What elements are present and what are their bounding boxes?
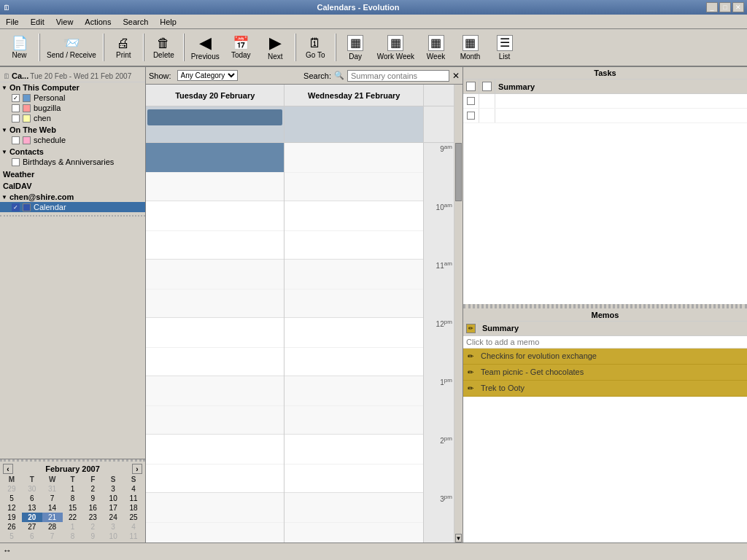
mini-cal-day[interactable]: 5 [1, 532, 22, 541]
mini-cal-prev[interactable]: ‹ [3, 464, 13, 474]
mini-cal-day[interactable]: 11 [123, 532, 144, 541]
mini-cal-day[interactable]: 1 [63, 484, 83, 494]
mini-cal-day[interactable]: 21 [42, 513, 63, 522]
mini-cal-day[interactable]: 19 [1, 513, 22, 522]
sidebar-item-chen[interactable]: chen [0, 113, 145, 123]
mini-cal-day[interactable]: 11 [123, 494, 144, 503]
print-button[interactable]: 🖨 Print [107, 31, 140, 64]
mini-cal-day[interactable]: 18 [123, 503, 144, 513]
mini-cal-day[interactable]: 23 [82, 513, 103, 522]
mini-cal-day[interactable]: 22 [63, 513, 83, 522]
task-checkbox-2a[interactable] [467, 112, 475, 120]
mini-cal-day[interactable]: 26 [1, 522, 22, 532]
mini-cal-day[interactable]: 9 [82, 494, 103, 503]
mini-cal-day[interactable]: 10 [103, 494, 123, 503]
mini-cal-day[interactable]: 24 [103, 513, 123, 522]
chen-shire-header[interactable]: ▼ chen@shire.com [0, 192, 145, 202]
next-button[interactable]: ▶ Next [259, 31, 292, 64]
menu-view[interactable]: View [53, 17, 77, 27]
mini-cal-day[interactable]: 4 [123, 522, 144, 532]
personal-checkbox[interactable]: ✓ [12, 94, 20, 102]
today-button[interactable]: 📅 Today [225, 31, 258, 64]
sidebar-item-personal[interactable]: ✓ Personal [0, 93, 145, 103]
day1-event[interactable] [147, 109, 282, 125]
new-button[interactable]: 📄 New [3, 31, 36, 64]
mini-cal-day[interactable]: 12 [1, 503, 22, 513]
delete-button[interactable]: 🗑 Delete [147, 31, 180, 64]
send-receive-button[interactable]: 📨 Send / Receive [43, 31, 100, 64]
mini-cal-day[interactable]: 31 [42, 484, 63, 494]
memo-item-3[interactable]: ✏ Trek to Ooty [463, 381, 747, 397]
mini-cal-day[interactable]: 10 [103, 532, 123, 541]
sidebar-item-birthdays[interactable]: Birthdays & Anniversaries [0, 157, 145, 167]
minimize-button[interactable]: _ [706, 2, 718, 12]
mini-cal-day[interactable]: 3 [103, 522, 123, 532]
show-category-select[interactable]: Any Category [177, 70, 238, 81]
bugzilla-checkbox[interactable] [12, 104, 20, 112]
scroll-down-btn[interactable]: ▼ [455, 534, 462, 542]
mini-cal-day[interactable]: 28 [42, 522, 63, 532]
sidebar-weather[interactable]: Weather [0, 168, 145, 180]
sidebar-item-bugzilla[interactable]: bugzilla [0, 103, 145, 113]
mini-cal-day[interactable]: 14 [42, 503, 63, 513]
tasks-col-checkbox1[interactable] [466, 82, 476, 91]
mini-cal-day[interactable]: 20 [22, 513, 42, 522]
go-to-button[interactable]: 🗓 Go To [299, 31, 332, 64]
mini-cal-day[interactable]: 29 [1, 484, 22, 494]
task-row-2[interactable] [463, 109, 747, 123]
task-row-1[interactable] [463, 94, 747, 109]
mini-cal-day[interactable]: 27 [22, 522, 42, 532]
birthdays-checkbox[interactable] [12, 158, 20, 166]
mini-cal-next[interactable]: › [132, 464, 142, 474]
sidebar-item-calendar[interactable]: ✓ Calendar [0, 202, 145, 212]
tasks-col-checkbox2[interactable] [482, 82, 492, 91]
mini-cal-day[interactable]: 2 [82, 522, 103, 532]
window-controls[interactable]: _ □ ✕ [706, 2, 744, 12]
mini-cal-day[interactable]: 15 [63, 503, 83, 513]
work-week-button[interactable]: ▦ Work Week [374, 31, 418, 64]
mini-cal-day[interactable]: 4 [123, 484, 144, 494]
mini-cal-day[interactable]: 13 [22, 503, 42, 513]
mini-cal-day[interactable]: 6 [22, 532, 42, 541]
mini-cal-day[interactable]: 17 [103, 503, 123, 513]
menu-help[interactable]: Help [157, 17, 179, 27]
list-button[interactable]: ☰ List [488, 31, 521, 64]
menu-actions[interactable]: Actions [82, 17, 114, 27]
mini-cal-day[interactable]: 5 [1, 494, 22, 503]
mini-cal-day[interactable]: 6 [22, 494, 42, 503]
chen-checkbox[interactable] [12, 114, 20, 122]
search-clear-icon[interactable]: ✕ [452, 71, 460, 81]
menu-search[interactable]: Search [120, 17, 151, 27]
day-button[interactable]: ▦ Day [339, 31, 372, 64]
sidebar-caldav[interactable]: CalDAV [0, 180, 145, 192]
mini-cal-day[interactable]: 8 [63, 532, 83, 541]
task-check-2b[interactable] [479, 109, 495, 122]
calendar-checkbox[interactable]: ✓ [12, 203, 20, 211]
close-button[interactable]: ✕ [732, 2, 744, 12]
task-checkbox-1a[interactable] [467, 97, 475, 105]
menu-file[interactable]: File [3, 17, 22, 27]
task-check-1b[interactable] [479, 94, 495, 108]
mini-cal-day[interactable]: 7 [42, 532, 63, 541]
mini-cal-day[interactable]: 7 [42, 494, 63, 503]
sidebar-item-schedule[interactable]: schedule [0, 135, 145, 145]
day2-scroll[interactable] [285, 143, 422, 542]
maximize-button[interactable]: □ [719, 2, 731, 12]
scroll-thumb[interactable] [455, 143, 462, 201]
on-the-web-header[interactable]: ▼ On The Web [0, 125, 145, 135]
mini-cal-day[interactable]: 25 [123, 513, 144, 522]
mini-cal-day[interactable]: 30 [22, 484, 42, 494]
memo-item-2[interactable]: ✏ Team picnic - Get chocolates [463, 365, 747, 381]
mini-cal-day[interactable]: 9 [82, 532, 103, 541]
week-button[interactable]: ▦ Week [419, 31, 452, 64]
previous-button[interactable]: ◀ Previous [187, 31, 223, 64]
mini-cal-day[interactable]: 2 [82, 484, 103, 494]
menu-edit[interactable]: Edit [28, 17, 47, 27]
mini-cal-day[interactable]: 16 [82, 503, 103, 513]
task-check-1[interactable] [463, 94, 479, 108]
memo-add-row[interactable]: Click to add a memo [463, 336, 747, 349]
on-this-computer-header[interactable]: ▼ On This Computer [0, 82, 145, 93]
search-input[interactable] [347, 70, 449, 82]
mini-cal-day[interactable]: 8 [63, 494, 83, 503]
schedule-checkbox[interactable] [12, 136, 20, 144]
